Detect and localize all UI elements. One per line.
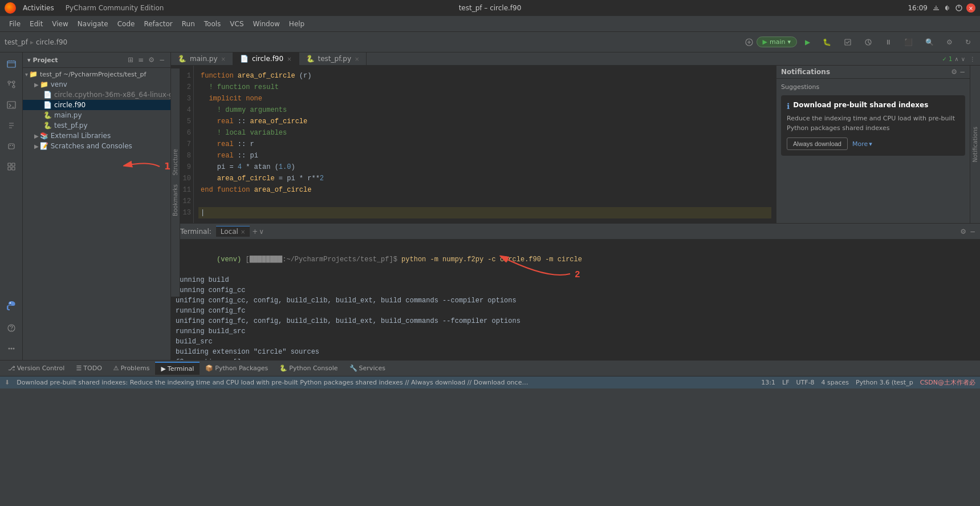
- right-notif-tab[interactable]: Notifications: [970, 66, 980, 223]
- left-icon-plugins[interactable]: [2, 157, 21, 176]
- bottom-tab-terminal[interactable]: ▶ Terminal: [155, 362, 200, 375]
- code-content[interactable]: function area_of_circle (r) ! function r…: [194, 66, 776, 223]
- terminal-tab-local[interactable]: Local ×: [216, 226, 250, 237]
- nav-down[interactable]: ∨: [961, 56, 965, 62]
- tab-settings-icon[interactable]: ⋮: [970, 56, 975, 62]
- profile-button[interactable]: [860, 37, 877, 48]
- menu-item-code[interactable]: Code: [113, 19, 140, 29]
- bottom-tab-problems[interactable]: ⚠ Problems: [108, 362, 156, 374]
- venv-arrow: ▶: [34, 82, 39, 88]
- notif-close-icon[interactable]: −: [959, 68, 965, 76]
- breadcrumb-file[interactable]: circle.f90: [36, 38, 67, 46]
- stop-button[interactable]: ⬛: [900, 37, 917, 48]
- tree-item-test-py[interactable]: 🐍 test_pf.py: [23, 120, 170, 131]
- terminal-close[interactable]: ×: [241, 229, 245, 235]
- tab-circle-f90[interactable]: 📄 circle.f90 ×: [233, 52, 299, 65]
- code-editor[interactable]: 1 2 3 4 5 6 7 8 9 10 11 12 13 function a…: [171, 66, 776, 223]
- firefox-icon[interactable]: [5, 2, 16, 14]
- tree-item-venv[interactable]: ▶ 📁 venv: [23, 79, 170, 90]
- sidebar-collapse-btn[interactable]: ≡: [137, 55, 145, 65]
- settings-toolbar-button[interactable]: ⚙: [942, 37, 957, 48]
- menu-item-help[interactable]: Help: [284, 19, 309, 29]
- tab-test-pf-py[interactable]: 🐍 test_pf.py ×: [299, 52, 367, 65]
- coverage-button[interactable]: [839, 37, 856, 48]
- more-button[interactable]: More ▾: [852, 140, 872, 148]
- menu-item-run[interactable]: Run: [177, 19, 200, 29]
- left-icon-dots[interactable]: [2, 339, 21, 358]
- menu-item-refactor[interactable]: Refactor: [139, 19, 177, 29]
- bottom-tab-packages[interactable]: 📦 Python Packages: [200, 362, 274, 374]
- test-py-icon: 🐍: [43, 122, 52, 129]
- left-icon-todo[interactable]: [2, 116, 21, 135]
- sidebar-sync-btn[interactable]: ⊞: [127, 55, 135, 65]
- menu-item-navigate[interactable]: Navigate: [73, 19, 113, 29]
- add-interpreter-icon[interactable]: [745, 38, 753, 46]
- update-button[interactable]: ↻: [961, 37, 975, 48]
- status-python-ver[interactable]: Python 3.6 (test_p: [856, 379, 913, 386]
- sidebar-close-btn[interactable]: −: [158, 55, 166, 65]
- menu-item-edit[interactable]: Edit: [25, 19, 47, 29]
- status-position[interactable]: 13:1: [761, 379, 775, 386]
- left-icon-project[interactable]: [2, 55, 21, 73]
- structure-bookmarks-panel: Structure Bookmarks: [171, 68, 180, 297]
- status-encoding[interactable]: UTF-8: [796, 379, 815, 386]
- activities-label[interactable]: Activities: [23, 4, 54, 12]
- search-toolbar-button[interactable]: 🔍: [921, 37, 938, 48]
- sidebar-dropdown-icon[interactable]: ▾: [27, 56, 31, 64]
- left-icon-help[interactable]: [2, 319, 21, 337]
- menu-item-window[interactable]: Window: [249, 19, 284, 29]
- terminal-minimize-btn[interactable]: −: [970, 228, 975, 236]
- svg-point-13: [12, 145, 13, 146]
- menu-item-vcs[interactable]: VCS: [225, 19, 248, 29]
- terminal-tab-group: Terminal: Local × + ∨: [176, 226, 264, 237]
- menu-item-view[interactable]: View: [47, 19, 72, 29]
- notif-settings-icon[interactable]: ⚙: [951, 68, 957, 76]
- left-icon-python[interactable]: [2, 296, 21, 314]
- left-icon-android[interactable]: [2, 137, 21, 155]
- bottom-tab-services[interactable]: 🔧 Services: [344, 362, 391, 374]
- bottom-tab-todo[interactable]: ☰ TODO: [70, 362, 107, 374]
- terminal-local-label: Local: [221, 228, 238, 236]
- menu-bar: File Edit View Navigate Code Refactor Ru…: [0, 16, 980, 32]
- always-download-button[interactable]: Always download: [787, 137, 848, 150]
- svg-point-18: [10, 302, 11, 303]
- tree-item-scratches[interactable]: ▶ 📝 Scratches and Consoles: [23, 141, 170, 151]
- tree-item-ext-libs[interactable]: ▶ 📚 External Libraries: [23, 131, 170, 141]
- menu-item-tools[interactable]: Tools: [200, 19, 226, 29]
- bottom-tab-version-control[interactable]: ⎇ Version Control: [2, 362, 70, 374]
- tab-main-py-close[interactable]: ×: [221, 56, 226, 62]
- structure-label[interactable]: Structure: [171, 144, 180, 180]
- tree-item-circle-f90[interactable]: 📄 circle.f90: [23, 100, 170, 110]
- code-line-6: ! local variables: [198, 127, 771, 139]
- breadcrumb-project[interactable]: test_pf: [5, 38, 28, 46]
- tab-main-py[interactable]: 🐍 main.py ×: [171, 52, 233, 65]
- notif-body: Suggestions ℹ Download pre-built shared …: [776, 79, 970, 223]
- pause-button[interactable]: ⏸: [880, 37, 896, 48]
- tree-item-so[interactable]: 📄 circle.cpython-36m-x86_64-linux-gnu.so: [23, 90, 170, 100]
- vc-label: Version Control: [17, 365, 65, 372]
- left-icon-git[interactable]: [2, 75, 21, 94]
- bottom-tab-bar: ⎇ Version Control ☰ TODO ⚠ Problems ▶ Te…: [0, 360, 980, 376]
- terminal-settings-btn[interactable]: ⚙: [960, 228, 966, 236]
- run-config-selector[interactable]: ▶ main ▾: [757, 37, 797, 47]
- tree-item-main-py[interactable]: 🐍 main.py: [23, 110, 170, 120]
- bookmarks-label[interactable]: Bookmarks: [171, 180, 180, 221]
- nav-up[interactable]: ∧: [954, 56, 958, 62]
- terminal-nav-down[interactable]: ∨: [259, 228, 264, 236]
- tab-test-py-close[interactable]: ×: [355, 56, 359, 62]
- status-indent[interactable]: 4 spaces: [822, 379, 849, 386]
- run-button[interactable]: ▶: [800, 37, 815, 48]
- left-icon-terminal[interactable]: [2, 96, 21, 114]
- menu-item-file[interactable]: File: [5, 19, 25, 29]
- notif-suggestions-title: Suggestions: [781, 83, 965, 91]
- status-lf[interactable]: LF: [782, 379, 789, 386]
- debug-button[interactable]: 🐛: [818, 37, 836, 48]
- tree-root[interactable]: ▾ 📁 test_pf ~/PycharmProjects/test_pf: [23, 69, 170, 79]
- close-btn[interactable]: ×: [966, 3, 975, 13]
- terminal-add-btn[interactable]: +: [252, 228, 258, 236]
- sidebar-settings-btn[interactable]: ⚙: [147, 55, 156, 65]
- term-line-2: running build: [176, 275, 975, 285]
- tab-circle-f90-close[interactable]: ×: [287, 56, 291, 62]
- terminal-content[interactable]: (venv) [████████:~/PycharmProjects/test_…: [171, 240, 980, 360]
- bottom-tab-console[interactable]: 🐍 Python Console: [274, 362, 343, 374]
